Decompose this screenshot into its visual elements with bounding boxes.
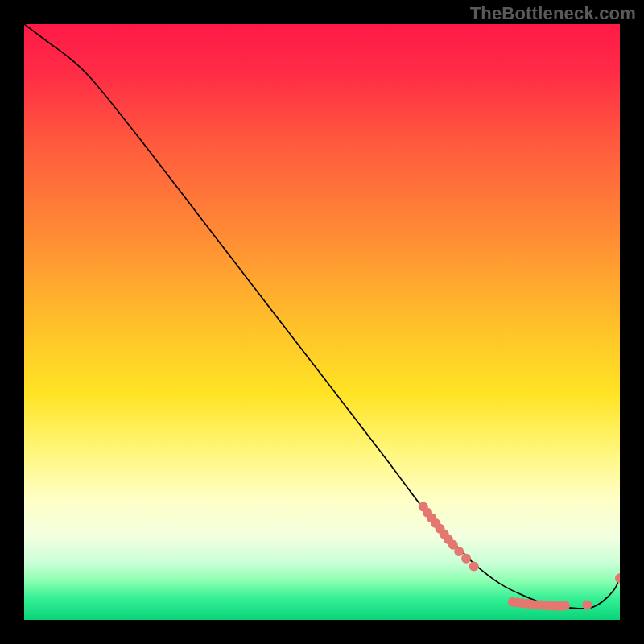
chart-svg <box>24 24 620 620</box>
watermark-text: TheBottleneck.com <box>470 3 636 24</box>
gpu-mark <box>469 561 479 571</box>
gpu-mark <box>454 547 464 556</box>
gradient-background <box>24 24 620 620</box>
gpu-mark <box>582 601 592 610</box>
chart-stage: TheBottleneck.com <box>0 0 644 644</box>
plot-area <box>24 24 620 620</box>
gpu-mark <box>560 601 570 610</box>
gpu-mark <box>461 554 471 564</box>
